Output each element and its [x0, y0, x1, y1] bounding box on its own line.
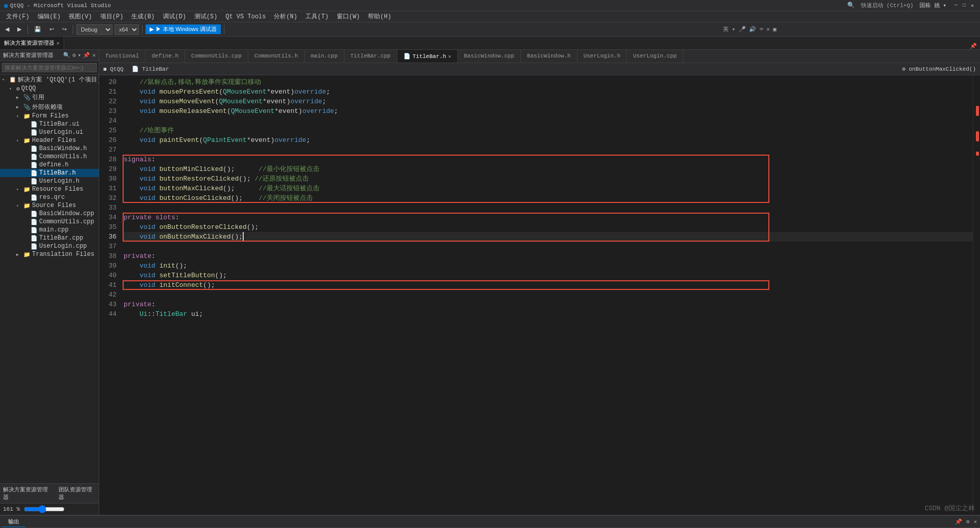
filter-icon[interactable]: ⚙ — [72, 52, 76, 58]
tab-close-titlebar-h[interactable]: ✕ — [448, 53, 451, 60]
tree-header-files[interactable]: ▾ 📁 Header Files — [0, 136, 99, 144]
solution-search-input[interactable] — [2, 63, 97, 72]
trans-arrow[interactable]: ▶ — [16, 252, 23, 257]
tree-source-files[interactable]: ▾ 📁 Source Files — [0, 201, 99, 210]
refs-label: 引用 — [32, 93, 44, 102]
tree-userlogin-h[interactable]: ▶ 📄 UserLogin.h — [0, 177, 99, 185]
tree-titlebar-ui[interactable]: ▶ 📄 TitleBar.ui — [0, 120, 99, 128]
basicwindow-cpp-label: BasicWindow.cpp — [39, 210, 94, 217]
menu-project[interactable]: 项目(P) — [96, 11, 128, 22]
tree-res-qrc[interactable]: ▶ 📄 res.qrc — [0, 193, 99, 201]
editor-right-margin[interactable] — [973, 75, 980, 515]
res-arrow[interactable]: ▾ — [16, 187, 23, 192]
pin-panel-icon[interactable]: 📌 — [83, 52, 90, 58]
tab-basicwindow-h[interactable]: BasicWindow.h — [521, 50, 578, 63]
tab-basicwindow-cpp[interactable]: BasicWindow.cpp — [458, 50, 521, 63]
output-tab-output[interactable]: 输出 — [2, 517, 25, 527]
platform-dropdown[interactable]: x64 x86 — [114, 24, 139, 35]
config-dropdown[interactable]: Debug Release — [76, 24, 112, 35]
tree-main-cpp[interactable]: ▶ 📄 main.cpp — [0, 226, 99, 234]
toolbar-sep-1 — [27, 25, 28, 34]
titlebar-h-icon: 📄 — [31, 170, 38, 177]
tree-titlebar-cpp[interactable]: ▶ 📄 TitleBar.cpp — [0, 234, 99, 242]
userlogin-h-label: UserLogin.h — [39, 178, 79, 185]
tree-userlogin-ui[interactable]: ▶ 📄 UserLogin.ui — [0, 128, 99, 136]
menu-debug[interactable]: 调试(D) — [159, 11, 190, 22]
forward-button[interactable]: ▶ — [14, 25, 24, 34]
output-pin-icon[interactable]: 📌 — [954, 517, 963, 526]
solution-explorer-tab[interactable]: 解决方案资源管理器 ✕ — [0, 37, 64, 49]
tree-translation-files[interactable]: ▶ 📁 Translation Files — [0, 250, 99, 258]
tab-titlebar-cpp[interactable]: TitleBar.cpp — [344, 50, 397, 63]
undo-button[interactable]: ↩ — [46, 25, 57, 34]
refs-arrow[interactable]: ▶ — [16, 95, 23, 100]
tree-refs[interactable]: ▶ 📎 引用 — [0, 93, 99, 102]
tree-external-deps[interactable]: ▶ 📎 外部依赖项 — [0, 102, 99, 112]
search-icon[interactable]: 🔍 — [847, 2, 855, 9]
back-button[interactable]: ◀ — [2, 25, 12, 34]
scroll-marker-1 — [976, 106, 979, 116]
menu-view[interactable]: 视图(V) — [65, 11, 96, 22]
output-settings-icon[interactable]: ⚙ — [965, 517, 971, 526]
line-num-42: 42 — [99, 290, 117, 300]
collapse-icon[interactable]: ▾ — [78, 52, 81, 58]
tree-commonutils-h[interactable]: ▶ 📄 CommonUtils.h — [0, 153, 99, 161]
menu-edit[interactable]: 编辑(E) — [34, 11, 65, 22]
ime-toolbar[interactable]: 英 ▾ 🎤 🔊 ⌨ ✕ ▣ — [723, 25, 776, 33]
tab-userlogin-cpp[interactable]: UserLogin.cpp — [627, 50, 683, 63]
tab-define-h[interactable]: define.h — [146, 50, 185, 63]
menu-analyze[interactable]: 分析(N) — [270, 11, 301, 22]
menu-test[interactable]: 测试(S) — [190, 11, 222, 22]
tree-basicwindow-cpp[interactable]: ▶ 📄 BasicWindow.cpp — [0, 210, 99, 218]
tree-basicwindow-h[interactable]: ▶ 📄 BasicWindow.h — [0, 144, 99, 153]
tab-titlebar-h[interactable]: 📄 TitleBar.h ✕ — [397, 50, 458, 63]
line-num-21: 21 — [99, 87, 117, 97]
tree-resource-files[interactable]: ▾ 📁 Resource Files — [0, 185, 99, 193]
tree-solution-root[interactable]: ▾ 📋 解决方案 'QtQQ'(1 个项目) — [0, 75, 99, 84]
output-close-icon[interactable]: ✕ — [972, 517, 978, 526]
tab-main-cpp[interactable]: main.cpp — [305, 50, 344, 63]
restore-button[interactable]: □ — [961, 2, 968, 9]
menu-build[interactable]: 生成(B) — [127, 11, 159, 22]
run-button[interactable]: ▶ ▶ 本地 Windows 调试器 — [146, 24, 221, 34]
tree-commonutils-cpp[interactable]: ▶ 📄 CommonUtils.cpp — [0, 218, 99, 226]
tree-userlogin-cpp[interactable]: ▶ 📄 UserLogin.cpp — [0, 242, 99, 250]
menu-qt[interactable]: Qt VS Tools — [221, 12, 270, 21]
minimize-button[interactable]: ─ — [953, 2, 960, 9]
form-arrow[interactable]: ▾ — [16, 114, 23, 119]
zoom-slider[interactable] — [24, 505, 65, 513]
code-editor[interactable]: 20 21 22 23 24 25 26 27 28 29 30 31 32 3… — [99, 75, 980, 515]
expand-arrow[interactable]: ▾ — [2, 77, 9, 82]
menu-window[interactable]: 窗口(W) — [333, 11, 364, 22]
close-button[interactable]: ✕ — [969, 2, 976, 9]
menu-tools[interactable]: 工具(T) — [301, 11, 333, 22]
header-arrow[interactable]: ▾ — [16, 138, 23, 143]
quick-launch[interactable]: 快速启动 (Ctrl+Q) — [861, 2, 913, 9]
menu-file[interactable]: 文件(F) — [2, 11, 34, 22]
qtqq-arrow[interactable]: ▾ — [9, 86, 16, 91]
close-panel-icon[interactable]: ✕ — [92, 52, 96, 58]
tab-commonutils-h[interactable]: CommonUtils.h — [248, 50, 305, 63]
tree-form-files[interactable]: ▾ 📁 Form Files — [0, 112, 99, 120]
search-panel-icon[interactable]: 🔍 — [63, 52, 70, 58]
save-button[interactable]: 💾 — [31, 25, 44, 34]
user-name[interactable]: 国栋 姚 ▾ — [919, 2, 946, 9]
tab-functional[interactable]: functional — [99, 50, 146, 63]
solution-explorer-close[interactable]: ✕ — [56, 40, 60, 46]
project-icon: ⚙ — [16, 85, 20, 92]
tab-userlogin-h[interactable]: UserLogin.h — [578, 50, 627, 63]
private-slots-block: private slots: void onButtonRestoreClick… — [124, 213, 973, 242]
solution-panel-tab[interactable]: 解决方案资源管理器 — [3, 486, 50, 501]
external-arrow[interactable]: ▶ — [16, 105, 23, 109]
team-panel-tab[interactable]: 团队资源管理器 — [59, 486, 96, 501]
tab-commonutils-cpp[interactable]: CommonUtils.cpp — [185, 50, 248, 63]
tree-define-h[interactable]: ▶ 📄 define.h — [0, 161, 99, 169]
tree-titlebar-h[interactable]: ▶ 📄 TitleBar.h — [0, 169, 99, 177]
tree-qtqq[interactable]: ▾ ⚙ QtQQ — [0, 84, 99, 93]
code-line-43: private: — [124, 300, 973, 309]
menu-help[interactable]: 帮助(H) — [364, 11, 395, 22]
redo-button[interactable]: ↪ — [59, 25, 70, 34]
pin-icon[interactable]: 📌 — [967, 43, 980, 49]
src-arrow[interactable]: ▾ — [16, 203, 23, 208]
line-num-38: 38 — [99, 251, 117, 261]
